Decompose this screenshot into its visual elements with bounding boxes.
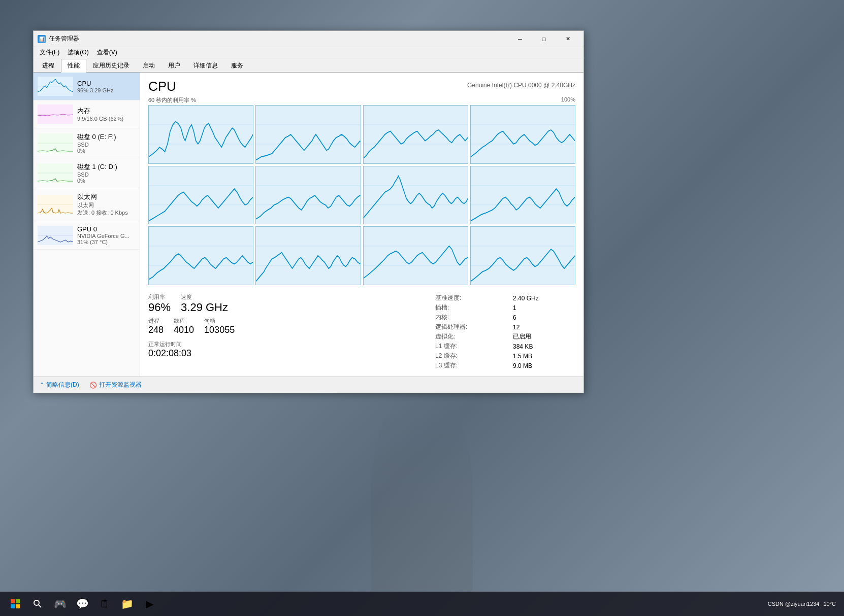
utilization-value: 96%	[148, 301, 171, 314]
cpu-core-graph-8	[470, 166, 575, 225]
taskbar-icon-4[interactable]: 📁	[117, 594, 137, 614]
taskbar-system-tray: CSDN @ziyuan1234	[768, 601, 820, 607]
cpu-graph-grid	[148, 105, 575, 285]
tab-services[interactable]: 服务	[224, 59, 250, 72]
speed-value: 3.29 GHz	[181, 301, 228, 314]
l1-value: 384 KB	[509, 341, 575, 351]
uptime-label: 正常运行时间	[148, 340, 423, 348]
chevron-up-icon: ⌃	[40, 382, 44, 388]
svg-rect-15	[256, 106, 360, 163]
svg-rect-39	[256, 227, 360, 285]
threads-label: 线程	[174, 317, 194, 325]
cpu-core-graph-6	[255, 166, 361, 225]
gpu-sidebar-info: GPU 0 NVIDIA GeForce G... 31% (37 °C)	[77, 225, 136, 245]
speed-label: 速度	[181, 293, 228, 301]
resource-monitor-icon: 🚫	[89, 382, 97, 389]
taskbar: 🎮 💬 🗒 📁 ▶ CSDN @ziyuan1234 10°C	[0, 592, 844, 616]
cpu-core-graph-7	[363, 166, 468, 225]
info-row-cores: 内核: 6	[433, 313, 575, 322]
tab-app-history[interactable]: 应用历史记录	[86, 59, 136, 72]
uptime-value: 0:02:08:03	[148, 348, 423, 359]
svg-rect-42	[364, 227, 468, 285]
disk1-sidebar-detail1: SSD	[77, 172, 136, 178]
base-speed-value: 2.40 GHz	[509, 293, 575, 303]
close-button[interactable]: ✕	[556, 31, 579, 47]
sidebar-item-disk0[interactable]: 磁盘 0 (E: F:) SSD 0%	[34, 128, 140, 158]
app-icon: 📊	[38, 35, 46, 43]
disk0-sidebar-name: 磁盘 0 (E: F:)	[77, 132, 136, 142]
info-row-l3: L3 缓存: 9.0 MB	[433, 361, 575, 370]
sockets-value: 1	[509, 303, 575, 313]
tab-performance[interactable]: 性能	[61, 59, 86, 73]
cpu-sidebar-info: CPU 96% 3.29 GHz	[77, 80, 136, 93]
svg-rect-33	[471, 166, 575, 224]
svg-rect-27	[256, 166, 360, 224]
disk0-sidebar-detail1: SSD	[77, 142, 136, 148]
info-row-logical: 逻辑处理器: 12	[433, 322, 575, 332]
cpu-sidebar-detail: 96% 3.29 GHz	[77, 87, 136, 93]
taskbar-icon-1[interactable]: 🎮	[50, 594, 70, 614]
sidebar-item-ethernet[interactable]: 以太网 以太网 发送: 0 接收: 0 Kbps	[34, 188, 140, 221]
virt-label: 虚拟化:	[433, 332, 509, 341]
title-bar: 📊 任务管理器 ─ □ ✕	[34, 31, 583, 47]
base-speed-label: 基准速度:	[433, 293, 509, 303]
sidebar: CPU 96% 3.29 GHz 内存 9.9/16.0 GB (62%)	[34, 73, 140, 377]
minimize-button[interactable]: ─	[508, 31, 532, 47]
cores-value: 6	[509, 313, 575, 322]
svg-rect-36	[149, 227, 253, 285]
summary-info-button[interactable]: ⌃ 简略信息(D)	[40, 381, 79, 389]
resource-monitor-label: 打开资源监视器	[99, 381, 142, 389]
cpu-core-graph-2	[255, 105, 361, 164]
menu-options[interactable]: 选项(O)	[63, 47, 92, 58]
l3-label: L3 缓存:	[433, 361, 509, 370]
tab-details[interactable]: 详细信息	[187, 59, 224, 72]
cpu-core-graph-10	[255, 226, 361, 285]
sidebar-item-memory[interactable]: 内存 9.9/16.0 GB (62%)	[34, 100, 140, 128]
taskbar-icon-2[interactable]: 💬	[72, 594, 92, 614]
menu-file[interactable]: 文件(F)	[36, 47, 63, 58]
ethernet-thumbnail	[38, 195, 73, 214]
chart-label-left: 60 秒内的利用率 %	[148, 96, 196, 104]
gpu-sidebar-detail1: NVIDIA GeForce G...	[77, 233, 136, 239]
disk0-sidebar-detail2: 0%	[77, 148, 136, 154]
sidebar-item-disk1[interactable]: 磁盘 1 (C: D:) SSD 0%	[34, 158, 140, 188]
ethernet-sidebar-detail2: 发送: 0 接收: 0 Kbps	[77, 209, 136, 217]
taskbar-icon-3[interactable]: 🗒	[94, 594, 115, 614]
taskbar-search-button[interactable]	[27, 594, 48, 614]
gpu-sidebar-name: GPU 0	[77, 225, 136, 233]
memory-thumbnail	[38, 105, 73, 124]
utilization-label: 利用率	[148, 293, 171, 301]
stats-left: 利用率 96% 速度 3.29 GHz 进程 248	[148, 293, 423, 370]
ethernet-sidebar-detail1: 以太网	[77, 201, 136, 209]
sidebar-item-cpu[interactable]: CPU 96% 3.29 GHz	[34, 73, 140, 100]
logical-value: 12	[509, 322, 575, 332]
menu-view[interactable]: 查看(V)	[93, 47, 121, 58]
tab-startup[interactable]: 启动	[136, 59, 161, 72]
taskbar-icon-5[interactable]: ▶	[139, 594, 159, 614]
tab-processes[interactable]: 进程	[36, 59, 61, 72]
memory-sidebar-info: 内存 9.9/16.0 GB (62%)	[77, 107, 136, 122]
disk1-sidebar-info: 磁盘 1 (C: D:) SSD 0%	[77, 162, 136, 184]
cpu-core-graph-9	[148, 226, 253, 285]
right-panel: CPU Genuine Intel(R) CPU 0000 @ 2.40GHz …	[140, 73, 583, 377]
maximize-button[interactable]: □	[532, 31, 556, 47]
sidebar-item-gpu[interactable]: GPU 0 NVIDIA GeForce G... 31% (37 °C)	[34, 221, 140, 250]
stat-row-processes: 进程 248 线程 4010 句柄 103055	[148, 317, 423, 335]
cpu-core-graph-12	[470, 226, 575, 285]
resource-monitor-button[interactable]: 🚫 打开资源监视器	[89, 381, 142, 389]
stat-threads: 线程 4010	[174, 317, 194, 335]
bottom-bar: ⌃ 简略信息(D) 🚫 打开资源监视器	[34, 377, 583, 393]
cpu-sidebar-name: CPU	[77, 80, 136, 87]
stats-section: 利用率 96% 速度 3.29 GHz 进程 248	[148, 293, 575, 370]
taskbar-start-button[interactable]	[5, 594, 25, 614]
info-row-virt: 虚拟化: 已启用	[433, 332, 575, 341]
handles-label: 句柄	[204, 317, 235, 325]
gpu-sidebar-detail2: 31% (37 °C)	[77, 239, 136, 245]
ethernet-sidebar-name: 以太网	[77, 192, 136, 201]
memory-sidebar-name: 内存	[77, 107, 136, 116]
l1-label: L1 缓存:	[433, 341, 509, 351]
gpu-thumbnail	[38, 226, 73, 245]
tab-users[interactable]: 用户	[161, 59, 187, 72]
svg-rect-24	[149, 166, 253, 224]
info-row-l1: L1 缓存: 384 KB	[433, 341, 575, 351]
